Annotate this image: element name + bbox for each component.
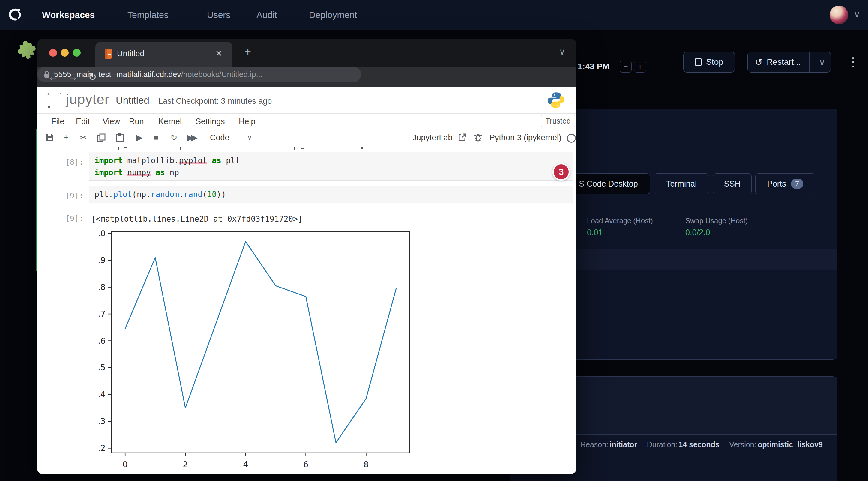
back-icon[interactable]: ← (48, 67, 58, 87)
forward-icon[interactable]: → (68, 67, 78, 87)
nav-item-deployment[interactable]: Deployment (309, 0, 357, 30)
browser-tab-strip: Untitled ✕ + ∨ (37, 39, 577, 67)
swap-usage-value: 0.0/2.0 (685, 228, 710, 237)
jupyter-wordmark: jupyter (66, 91, 110, 107)
restart-workspace-button[interactable]: ↺ Restart... ∨ (747, 52, 831, 72)
matplotlib-line-chart: 0.20.30.40.50.60.70.80.91.002468 (99, 228, 414, 471)
browser-toolbar: ← → ↻ 5555--main--test--matifali.atif.cd… (37, 67, 577, 87)
version-value: optimistic_liskov9 (757, 440, 823, 449)
out9-text: [<matplotlib.lines.Line2D at 0x7fd03f191… (91, 213, 302, 225)
restart-kernel-icon[interactable]: ↻ (170, 133, 177, 142)
svg-text:0.7: 0.7 (99, 309, 105, 318)
kernel-status-icon (567, 134, 576, 143)
debugger-bug-icon[interactable] (474, 133, 482, 141)
svg-text:0.2: 0.2 (99, 443, 105, 452)
cell9-input[interactable]: plt.plot(np.random.rand(10)) (89, 186, 573, 203)
url-path: /notebooks/Untitled.ip... (181, 70, 262, 79)
menu-help[interactable]: Help (239, 117, 255, 126)
workspace-kebab-menu[interactable]: ⋮ (847, 54, 859, 70)
jupyter-header: jupyter Untitled Last Checkpoint: 3 minu… (37, 87, 577, 114)
tab-search-chevron-icon[interactable]: ∨ (559, 47, 565, 57)
tab-close-icon[interactable]: ✕ (215, 49, 222, 59)
close-window-button[interactable] (49, 49, 57, 57)
paste-cell-icon[interactable] (116, 133, 124, 142)
jupyter-menubar: File Edit View Run Kernel Settings Help … (37, 114, 577, 130)
cut-cell-icon[interactable]: ✂ (80, 133, 87, 142)
restart-label: Restart... (767, 57, 801, 67)
puzzle-piece-icon[interactable] (11, 39, 39, 68)
jupyter-notebook-page: jupyter Untitled Last Checkpoint: 3 minu… (37, 87, 577, 474)
minimize-window-button[interactable] (61, 49, 69, 57)
screen: Workspaces Templates Users Audit Deploym… (0, 0, 868, 481)
copy-cell-icon[interactable] (97, 133, 105, 142)
address-bar[interactable]: 5555--main--test--matifali.atif.cdr.dev/… (37, 67, 361, 82)
browser-window: Untitled ✕ + ∨ ← → ↻ 5555--main--test--m… (37, 39, 577, 474)
new-tab-button[interactable]: + (245, 45, 251, 58)
svg-text:0.8: 0.8 (99, 283, 105, 292)
dashboard-header-divider (577, 88, 837, 89)
svg-text:1.0: 1.0 (99, 229, 105, 238)
interrupt-kernel-icon[interactable]: ■ (154, 133, 159, 142)
restart-run-all-icon[interactable]: ▶▶ (187, 133, 195, 142)
vs-code-desktop-button[interactable]: S Code Desktop (567, 173, 650, 194)
top-nav: Workspaces Templates Users Audit Deploym… (0, 0, 868, 30)
zoom-in-button[interactable]: + (634, 61, 646, 72)
menu-settings[interactable]: Settings (195, 117, 225, 126)
jupyter-logo (45, 91, 64, 110)
reason-value: initiator (610, 440, 637, 449)
cell8-input[interactable]: import matplotlib.pyplot as pltimport nu… (89, 152, 573, 181)
reload-icon[interactable]: ↻ (88, 67, 97, 87)
svg-text:4: 4 (243, 460, 248, 469)
external-link-icon[interactable] (458, 133, 466, 141)
cell-type-dropdown[interactable]: Code (210, 133, 229, 142)
notebook-title[interactable]: Untitled (116, 95, 149, 106)
stop-icon (695, 59, 702, 66)
svg-text:2: 2 (183, 460, 188, 469)
svg-text:8: 8 (364, 460, 369, 469)
user-menu-chevron-icon[interactable]: ∨ (854, 9, 860, 20)
maximize-window-button[interactable] (73, 49, 81, 57)
ports-button[interactable]: Ports 7 (755, 173, 815, 194)
menu-run[interactable]: Run (129, 117, 144, 126)
ssh-button[interactable]: SSH (713, 173, 752, 194)
svg-text:0.4: 0.4 (99, 389, 105, 399)
coder-logo-icon[interactable] (7, 7, 23, 23)
load-average-value: 0.01 (587, 228, 603, 237)
execution-count-badge: 3 (553, 163, 570, 181)
version-label: Version: (729, 440, 756, 449)
save-icon[interactable] (45, 133, 54, 142)
menu-view[interactable]: View (102, 117, 120, 126)
add-cell-icon[interactable]: + (64, 133, 68, 142)
svg-text:0.5: 0.5 (99, 363, 105, 372)
nav-item-templates[interactable]: Templates (127, 0, 168, 30)
duration-label: Duration: (647, 440, 677, 449)
duration-value: 14 seconds (679, 440, 719, 449)
svg-text:6: 6 (303, 460, 308, 469)
menu-file[interactable]: File (51, 117, 64, 126)
stop-workspace-button[interactable]: Stop (683, 52, 735, 72)
svg-text:0.9: 0.9 (99, 256, 105, 265)
run-cell-icon[interactable]: ▶ (136, 133, 143, 142)
restart-icon: ↺ (755, 57, 763, 67)
menu-edit[interactable]: Edit (76, 117, 90, 126)
svg-text:0.3: 0.3 (99, 417, 105, 426)
restart-menu-chevron-icon[interactable]: ∨ (814, 57, 831, 67)
kernel-name[interactable]: Python 3 (ipykernel) (490, 133, 561, 142)
jupyter-toolbar: + ✂ ▶ ■ ↻ ▶▶ Code ∨ JupyterLab (37, 130, 577, 146)
nav-item-workspaces[interactable]: Workspaces (42, 0, 95, 30)
nav-item-audit[interactable]: Audit (256, 0, 277, 30)
open-jupyterlab-link[interactable]: JupyterLab (412, 133, 453, 142)
notebook-area: [8]: import matplotlib.pyplot as pltimpo… (37, 146, 577, 474)
cell9-prompt: [9]: (65, 191, 83, 200)
cell-type-chevron-icon[interactable]: ∨ (247, 134, 252, 141)
nav-item-users[interactable]: Users (207, 0, 230, 30)
ports-count-badge: 7 (791, 179, 803, 189)
browser-tab[interactable]: Untitled ✕ (95, 42, 232, 67)
menu-kernel[interactable]: Kernel (158, 117, 182, 126)
ports-label: Ports (767, 179, 786, 189)
user-avatar[interactable] (830, 6, 848, 24)
zoom-out-button[interactable]: − (620, 61, 632, 72)
terminal-button[interactable]: Terminal (654, 173, 709, 194)
clock-time: 1:43 PM (578, 62, 610, 71)
trusted-button[interactable]: Trusted (541, 115, 575, 127)
